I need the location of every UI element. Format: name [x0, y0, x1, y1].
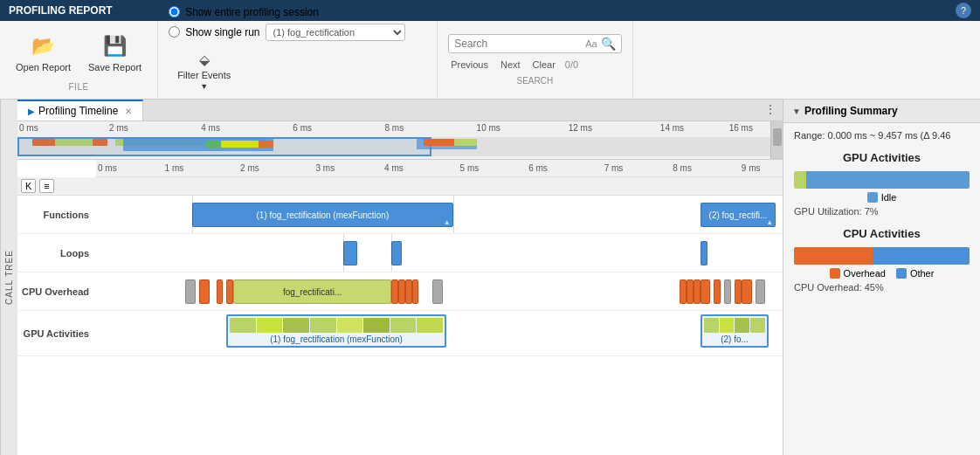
- scroll-thumb[interactable]: [773, 128, 782, 146]
- loop-block-1[interactable]: [343, 241, 357, 265]
- next-button[interactable]: Next: [498, 59, 523, 71]
- previous-button[interactable]: Previous: [448, 59, 491, 71]
- summary-title: Profiling Summary: [804, 105, 898, 117]
- timeline-menu-button[interactable]: ⋮: [758, 100, 783, 121]
- functions-block-2[interactable]: (2) fog_rectifi... ▲: [700, 203, 776, 227]
- search-count: 0/0: [565, 59, 578, 70]
- gpu-idle-label: Idle: [881, 192, 897, 203]
- session-select[interactable]: (1) fog_rectification: [266, 24, 405, 41]
- cpu-overhead-legend-label: Overhead: [844, 268, 886, 279]
- save-report-label: Save Report: [88, 62, 141, 72]
- cpu-block-gray-3[interactable]: [724, 279, 731, 304]
- cpu-overhead-content: fog_rectificati...: [96, 272, 783, 310]
- summary-arrow: ▼: [792, 107, 801, 116]
- clear-button[interactable]: Clear: [530, 59, 558, 71]
- cpu-block-gray-2[interactable]: [432, 279, 443, 304]
- cpu-block-orange-12[interactable]: [714, 279, 721, 304]
- ruler-2ms: 2 ms: [109, 123, 128, 133]
- cpu-block-orange-3[interactable]: [226, 279, 233, 304]
- gpu-legend: Idle: [794, 192, 970, 203]
- folder-icon: 📂: [31, 34, 55, 59]
- session-dropdown: (1) fog_rectification: [266, 24, 405, 41]
- row-controls: K ≡: [17, 177, 783, 196]
- overview-scrollbar[interactable]: [770, 121, 783, 159]
- show-entire-label[interactable]: Show entire profiling session: [185, 6, 319, 18]
- overview-track: [17, 137, 770, 156]
- gpu-block-1-label: (1) fog_rectification (mexFunction): [228, 334, 445, 346]
- gpu-activities-title: GPU Activities: [794, 151, 970, 164]
- gpu-block-2-label: (2) fo...: [702, 334, 768, 346]
- save-report-button[interactable]: 💾 Save Report: [83, 31, 147, 76]
- ruler-4ms: 4 ms: [201, 123, 220, 133]
- search-icon: 🔍: [601, 37, 616, 51]
- gpu-idle-dot: [867, 192, 878, 203]
- main-ruler-2ms: 2 ms: [240, 163, 259, 173]
- search-nav-row: Previous Next Clear 0/0: [448, 59, 621, 71]
- show-single-radio[interactable]: [169, 26, 180, 38]
- cpu-block-orange-8[interactable]: [680, 279, 687, 304]
- cpu-block-orange-11[interactable]: [700, 279, 711, 304]
- k-button[interactable]: K: [21, 179, 36, 193]
- cpu-block-orange-1[interactable]: [199, 279, 210, 304]
- cpu-block-orange-5[interactable]: [398, 279, 405, 304]
- open-report-label: Open Report: [16, 62, 71, 72]
- main-ruler-1ms: 1 ms: [165, 163, 184, 173]
- loop-block-2[interactable]: [391, 241, 402, 265]
- list-button[interactable]: ≡: [39, 179, 53, 193]
- open-report-button[interactable]: 📂 Open Report: [10, 31, 76, 76]
- cpu-block-orange-4[interactable]: [391, 279, 398, 304]
- search-input-row: Aa 🔍: [448, 34, 621, 53]
- search-label: SEARCH: [448, 76, 621, 86]
- profiling-timeline-tab[interactable]: ▶ Profiling Timeline ✕: [17, 100, 143, 121]
- title-text: PROFILING REPORT: [9, 4, 113, 17]
- gpu-block-2[interactable]: (2) fo...: [700, 314, 770, 348]
- filter-events-label: Filter Events: [177, 70, 231, 80]
- cpu-block-orange-14[interactable]: [742, 279, 752, 304]
- main-ruler-9ms: 9 ms: [742, 163, 761, 173]
- gpu-block-1[interactable]: (1) fog_rectification (mexFunction): [226, 314, 446, 348]
- timeline-overview[interactable]: 0 ms 2 ms 4 ms 6 ms 8 ms 10 ms 12 ms 14 …: [17, 121, 783, 160]
- call-tree-sidebar[interactable]: CALL TREE: [0, 100, 17, 455]
- cpu-block-gray-4[interactable]: [756, 279, 766, 304]
- cpu-block-orange-13[interactable]: [735, 279, 742, 304]
- cpu-overhead-stat: CPU Overhead: 45%: [794, 282, 970, 293]
- title-bar: PROFILING REPORT ?: [0, 0, 980, 21]
- help-button[interactable]: ?: [956, 3, 971, 18]
- cpu-block-gray-1[interactable]: [185, 279, 196, 304]
- search-input[interactable]: [454, 38, 585, 50]
- functions-content: (1) fog_rectification (mexFunction) ▲ (2…: [96, 196, 783, 233]
- cpu-block-orange-9[interactable]: [687, 279, 694, 304]
- functions-block-1[interactable]: (1) fog_rectification (mexFunction) ▲: [192, 203, 453, 227]
- gpu-block-1-content: [228, 316, 445, 334]
- filter-dropdown-arrow: ▼: [200, 82, 208, 91]
- show-entire-radio[interactable]: [169, 6, 180, 17]
- filters-section: Show entire profiling session Show singl…: [158, 21, 438, 99]
- cpu-overhead-dot: [830, 268, 840, 279]
- main-ruler-0ms: 0 ms: [98, 163, 117, 173]
- cpu-block-orange-7[interactable]: [412, 279, 419, 304]
- tab-close-icon[interactable]: ✕: [125, 107, 132, 116]
- timeline-tab-bar: ▶ Profiling Timeline ✕ ⋮: [17, 100, 783, 121]
- ruler-0ms: 0 ms: [19, 123, 38, 133]
- cpu-block-orange-2[interactable]: [217, 279, 224, 304]
- main-ruler-4ms: 4 ms: [384, 163, 404, 173]
- timeline-main[interactable]: 0 ms 1 ms 2 ms 3 ms 4 ms 5 ms 6 ms 7 ms …: [17, 160, 783, 455]
- summary-panel: ▼ Profiling Summary Range: 0.000 ms ~ 9.…: [783, 100, 980, 455]
- cpu-other-segment: [873, 247, 970, 265]
- summary-content: Range: 0.000 ms ~ 9.457 ms (Δ 9.46 GPU A…: [783, 123, 980, 310]
- cpu-block-orange-10[interactable]: [694, 279, 700, 304]
- cpu-block-yellow-main[interactable]: fog_rectificati...: [233, 279, 391, 304]
- gpu-utilization-stat: GPU Utilization: 7%: [794, 206, 970, 217]
- center-panel: ▶ Profiling Timeline ✕ ⋮ 0 ms 2 ms 4 ms …: [17, 100, 783, 455]
- cpu-overhead-label: CPU Overhead: [17, 286, 96, 297]
- cpu-overhead-legend: Overhead: [830, 268, 886, 279]
- main-ruler-6ms: 6 ms: [528, 163, 548, 173]
- gpu-bar-chart: [794, 171, 970, 189]
- search-icons: Aa 🔍: [585, 37, 615, 51]
- overview-viewport[interactable]: [17, 137, 431, 156]
- show-single-label[interactable]: Show single run: [185, 26, 259, 38]
- show-entire-row: Show entire profiling session: [169, 6, 426, 18]
- loop-block-3[interactable]: [700, 241, 707, 265]
- filter-events-button[interactable]: ⬙ Filter Events ▼: [169, 46, 239, 96]
- cpu-block-orange-6[interactable]: [405, 279, 412, 304]
